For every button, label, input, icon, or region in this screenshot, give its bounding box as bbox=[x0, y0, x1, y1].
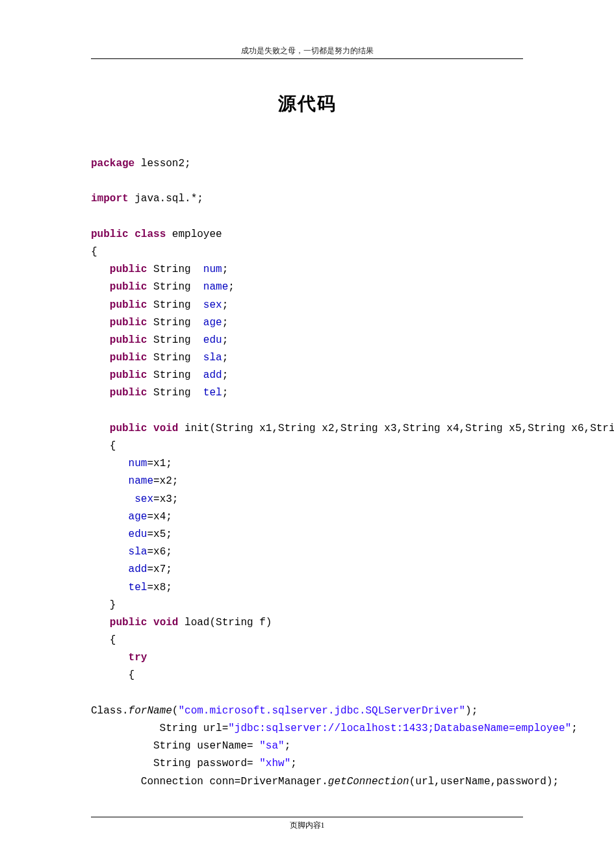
method-load: load(String f) bbox=[178, 617, 272, 628]
text: String url= bbox=[91, 723, 228, 734]
indent bbox=[91, 387, 110, 399]
indent bbox=[91, 528, 129, 540]
keyword-public: public bbox=[110, 387, 147, 399]
assign: =x5; bbox=[147, 528, 172, 540]
field-ref: age bbox=[129, 511, 147, 523]
keyword-package: package bbox=[91, 158, 134, 169]
type-string: String bbox=[147, 334, 203, 346]
keyword-public: public bbox=[91, 229, 129, 240]
indent bbox=[91, 582, 129, 593]
page-header: 成功是失败之母，一切都是努力的结果 bbox=[91, 45, 523, 59]
paren-close: ); bbox=[465, 705, 478, 717]
class-name: employee bbox=[166, 229, 222, 240]
indent bbox=[91, 369, 110, 381]
assign: =x6; bbox=[147, 546, 172, 558]
import-name: java.sql.*; bbox=[129, 193, 203, 205]
field-ref: add bbox=[129, 564, 147, 575]
keyword-void: void bbox=[153, 423, 178, 434]
indent bbox=[91, 564, 129, 575]
keyword-public: public bbox=[110, 369, 147, 381]
page-footer: 页脚内容1 bbox=[91, 817, 523, 831]
string-literal: "xhw" bbox=[259, 758, 290, 769]
assign: =x1; bbox=[147, 458, 172, 469]
indent bbox=[91, 617, 110, 628]
brace-open: { bbox=[129, 669, 135, 681]
indent bbox=[91, 458, 129, 469]
field-sex: sex bbox=[203, 299, 222, 311]
indent bbox=[91, 299, 110, 311]
brace-open: { bbox=[110, 634, 116, 646]
text: String password= bbox=[91, 758, 259, 769]
keyword-class: class bbox=[134, 229, 166, 240]
paren: ( bbox=[172, 705, 179, 717]
keyword-public: public bbox=[110, 334, 147, 346]
field-add: add bbox=[203, 369, 222, 381]
keyword-public: public bbox=[110, 264, 147, 275]
semi: ; bbox=[222, 299, 229, 311]
brace-open: { bbox=[91, 246, 97, 258]
type-string: String bbox=[147, 352, 203, 364]
field-sla: sla bbox=[203, 352, 222, 364]
semi: ; bbox=[571, 723, 578, 734]
code-block: package lesson2; import java.sql.*; publ… bbox=[91, 155, 523, 791]
keyword-void: void bbox=[153, 617, 178, 628]
brace-close: } bbox=[110, 599, 116, 611]
indent bbox=[91, 493, 134, 505]
indent bbox=[91, 511, 129, 523]
type-string: String bbox=[147, 369, 203, 381]
indent bbox=[91, 652, 129, 663]
semi: ; bbox=[290, 758, 297, 769]
field-ref: name bbox=[129, 475, 153, 487]
field-ref: sla bbox=[129, 546, 147, 558]
indent bbox=[91, 281, 110, 293]
semi: ; bbox=[222, 317, 229, 329]
indent bbox=[91, 669, 129, 681]
indent bbox=[91, 423, 110, 434]
field-name: name bbox=[203, 281, 228, 293]
keyword-public: public bbox=[110, 617, 147, 628]
string-literal: "com.microsoft.sqlserver.jdbc.SQLServerD… bbox=[178, 705, 465, 717]
string-literal: "jdbc:sqlserver://localhost:1433;Databas… bbox=[228, 723, 571, 734]
assign: =x2; bbox=[153, 475, 178, 487]
keyword-public: public bbox=[110, 317, 147, 329]
field-ref: num bbox=[129, 458, 147, 469]
string-literal: "sa" bbox=[259, 740, 284, 752]
assign: =x4; bbox=[147, 511, 172, 523]
text: String userName= bbox=[91, 740, 259, 752]
indent bbox=[91, 599, 110, 611]
type-string: String bbox=[147, 317, 203, 329]
field-num: num bbox=[203, 264, 222, 275]
keyword-public: public bbox=[110, 423, 147, 434]
semi: ; bbox=[222, 352, 229, 364]
field-age: age bbox=[203, 317, 222, 329]
text: Class. bbox=[91, 705, 129, 717]
semi: ; bbox=[228, 281, 235, 293]
indent bbox=[91, 440, 110, 452]
field-ref: tel bbox=[129, 582, 147, 593]
type-string: String bbox=[147, 281, 203, 293]
brace-open: { bbox=[110, 440, 116, 452]
indent bbox=[91, 352, 110, 364]
field-ref: edu bbox=[129, 528, 147, 540]
semi: ; bbox=[285, 740, 291, 752]
assign: =x7; bbox=[147, 564, 172, 575]
field-tel: tel bbox=[203, 387, 222, 399]
indent bbox=[91, 264, 110, 275]
method-forname: forName bbox=[129, 705, 172, 717]
method-getconnection: getConnection bbox=[328, 776, 409, 787]
args: (url,userName,password); bbox=[409, 776, 559, 787]
semi: ; bbox=[222, 369, 229, 381]
type-string: String bbox=[147, 299, 203, 311]
document-page: 成功是失败之母，一切都是努力的结果 源代码 package lesson2; i… bbox=[0, 0, 614, 857]
package-name: lesson2; bbox=[134, 158, 190, 169]
keyword-import: import bbox=[91, 193, 129, 205]
field-ref: sex bbox=[134, 493, 153, 505]
keyword-public: public bbox=[110, 352, 147, 364]
assign: =x8; bbox=[147, 582, 172, 593]
semi: ; bbox=[222, 387, 229, 399]
page-title: 源代码 bbox=[91, 92, 523, 116]
field-edu: edu bbox=[203, 334, 222, 346]
type-string: String bbox=[147, 264, 203, 275]
text: Connection conn=DriverManager. bbox=[91, 776, 328, 787]
keyword-public: public bbox=[110, 281, 147, 293]
